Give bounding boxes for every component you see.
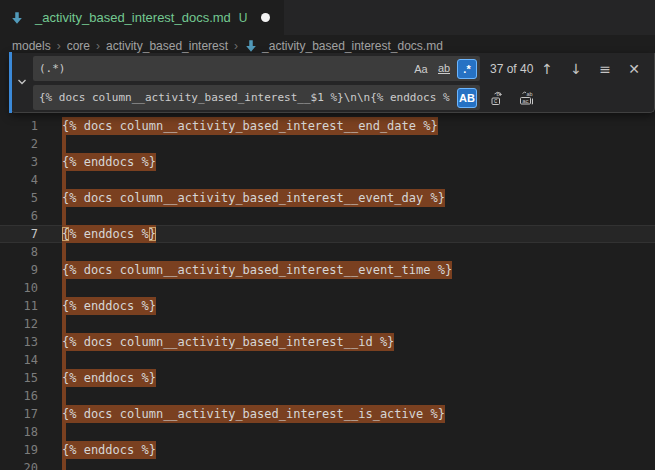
code-text: {% enddocs %} — [62, 297, 156, 315]
breadcrumb-item-_activity_based_interest_docs.md[interactable]: _activity_based_interest_docs.md — [262, 39, 443, 53]
code-line[interactable]: 8 — [0, 243, 655, 261]
code-line[interactable]: 3{% enddocs %} — [0, 153, 655, 171]
find-match-highlight — [62, 315, 66, 333]
breadcrumb-item-models[interactable]: models — [12, 39, 51, 53]
find-input-box: Aa ab .* — [33, 56, 480, 81]
breadcrumb-separator-icon: › — [96, 39, 100, 53]
code-line[interactable]: 10 — [0, 279, 655, 297]
close-button[interactable]: ✕ — [624, 59, 644, 79]
find-match-highlight: {% enddocs %} — [62, 369, 156, 387]
code-text — [62, 423, 66, 441]
breadcrumb-separator-icon: › — [234, 39, 238, 53]
line-number[interactable]: 3 — [0, 153, 38, 171]
tab-bar: _activity_based_interest_docs.md U — [0, 0, 655, 35]
code-text — [62, 207, 66, 225]
code-text: {% enddocs %} — [62, 225, 156, 243]
replace-input[interactable] — [33, 85, 480, 110]
regex-toggle[interactable]: .* — [457, 59, 477, 79]
code-line[interactable]: 5{% docs column__activity_based_interest… — [0, 189, 655, 207]
code-text: {% enddocs %} — [62, 153, 156, 171]
find-match-highlight: {% docs column__activity_based_interest_… — [62, 117, 438, 135]
find-match-highlight — [62, 279, 66, 297]
replace-button[interactable]: b c — [488, 88, 508, 108]
code-line[interactable]: 17{% docs column__activity_based_interes… — [0, 405, 655, 423]
svg-text:ac: ac — [522, 97, 528, 103]
line-number[interactable]: 14 — [0, 351, 38, 369]
code-text: {% docs column__activity_based_interest_… — [62, 261, 452, 279]
match-count: 37 of 40 — [490, 62, 533, 76]
editor-tab[interactable]: _activity_based_interest_docs.md U — [0, 0, 284, 35]
find-widget-resize-sash[interactable] — [9, 52, 12, 113]
line-number[interactable]: 18 — [0, 423, 38, 441]
toggle-replace-button[interactable] — [11, 53, 33, 112]
preserve-case-toggle[interactable]: AB — [457, 88, 477, 108]
svg-text:ab: ab — [527, 90, 533, 96]
code-text — [62, 243, 66, 261]
code-line[interactable]: 4 — [0, 171, 655, 189]
line-number[interactable]: 19 — [0, 441, 38, 459]
match-case-toggle[interactable]: Aa — [411, 59, 431, 79]
line-number[interactable]: 2 — [0, 135, 38, 153]
modified-dot-icon[interactable] — [261, 13, 270, 22]
code-line[interactable]: 12 — [0, 315, 655, 333]
code-line[interactable]: 14 — [0, 351, 655, 369]
line-number[interactable]: 6 — [0, 207, 38, 225]
whole-word-toggle[interactable]: ab — [434, 59, 454, 79]
line-number[interactable]: 11 — [0, 297, 38, 315]
line-number[interactable]: 13 — [0, 333, 38, 351]
next-match-button[interactable]: ↓ — [566, 59, 586, 79]
line-number[interactable]: 17 — [0, 405, 38, 423]
line-number[interactable]: 20 — [0, 459, 38, 470]
code-text — [62, 315, 66, 333]
line-number[interactable]: 9 — [0, 261, 38, 279]
find-match-highlight: {% enddocs %} — [62, 153, 156, 171]
code-line[interactable]: 19{% enddocs %} — [0, 441, 655, 459]
breadcrumb-item-core[interactable]: core — [67, 39, 90, 53]
find-match-highlight: {% enddocs %} — [62, 441, 156, 459]
editor[interactable]: 1{% docs column__activity_based_interest… — [0, 57, 655, 470]
code-text: {% docs column__activity_based_interest_… — [62, 405, 445, 423]
tab-title: _activity_based_interest_docs.md — [35, 10, 231, 25]
code-text — [62, 135, 66, 153]
find-match-highlight — [62, 459, 66, 470]
line-number[interactable]: 5 — [0, 189, 38, 207]
find-match-highlight — [62, 207, 66, 225]
markdown-icon — [244, 39, 258, 53]
code-line[interactable]: 20 — [0, 459, 655, 470]
replace-all-button[interactable]: ab ac — [517, 88, 537, 108]
code-line[interactable]: 7{% enddocs %} — [0, 225, 655, 243]
chevron-down-icon — [16, 74, 28, 92]
line-number[interactable]: 8 — [0, 243, 38, 261]
code-text — [62, 171, 66, 189]
line-number[interactable]: 10 — [0, 279, 38, 297]
code-line[interactable]: 9{% docs column__activity_based_interest… — [0, 261, 655, 279]
code-line[interactable]: 15{% enddocs %} — [0, 369, 655, 387]
code-line[interactable]: 18 — [0, 423, 655, 441]
code-text: {% enddocs %} — [62, 369, 156, 387]
code-line[interactable]: 16 — [0, 387, 655, 405]
line-number[interactable]: 1 — [0, 117, 38, 135]
bracket-match: { — [62, 227, 69, 241]
line-number[interactable]: 16 — [0, 387, 38, 405]
find-in-selection-button[interactable]: ≡ — [595, 59, 615, 79]
code-line[interactable]: 2 — [0, 135, 655, 153]
line-number[interactable]: 15 — [0, 369, 38, 387]
replace-input-box: AB — [33, 85, 480, 110]
code-text: {% docs column__activity_based_interest_… — [62, 333, 394, 351]
code-line[interactable]: 6 — [0, 207, 655, 225]
find-match-highlight — [62, 135, 66, 153]
code-text: {% docs column__activity_based_interest_… — [62, 189, 445, 207]
line-number[interactable]: 4 — [0, 171, 38, 189]
find-match-highlight — [62, 387, 66, 405]
line-number[interactable]: 7 — [0, 225, 38, 243]
previous-match-button[interactable]: ↑ — [537, 59, 557, 79]
code-text: {% docs column__activity_based_interest_… — [62, 117, 438, 135]
code-line[interactable]: 1{% docs column__activity_based_interest… — [0, 117, 655, 135]
code-text — [62, 279, 66, 297]
breadcrumb-item-activity_based_interest[interactable]: activity_based_interest — [106, 39, 228, 53]
line-number[interactable]: 12 — [0, 315, 38, 333]
code-line[interactable]: 13{% docs column__activity_based_interes… — [0, 333, 655, 351]
code-line[interactable]: 11{% enddocs %} — [0, 297, 655, 315]
find-match-highlight: {% docs column__activity_based_interest_… — [62, 189, 445, 207]
find-match-highlight — [62, 351, 66, 369]
